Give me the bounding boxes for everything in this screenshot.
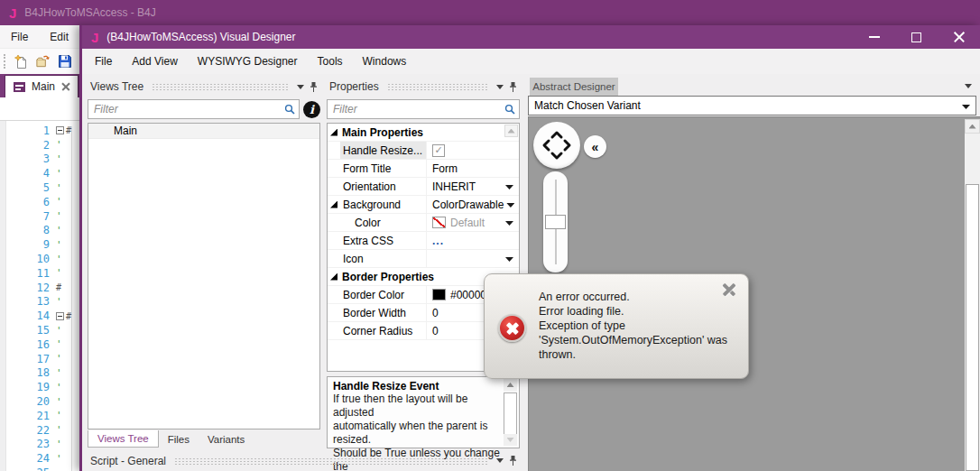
comment-tick: ' [56,153,62,165]
pin-icon[interactable] [509,81,517,93]
region-marker: # [66,125,71,135]
line-number: 4 [0,167,56,180]
error-line: An error occurred. [539,290,727,304]
variant-selector[interactable]: Match Chosen Variant [528,96,976,115]
designer-menu-item[interactable]: Windows [353,49,417,74]
property-value[interactable]: ✓ [427,142,519,159]
property-value[interactable]: ColorDrawable [427,196,520,213]
views-tree-filter-input[interactable] [88,99,300,119]
views-tree-tab[interactable]: Files [159,430,199,448]
chevron-down-icon[interactable] [496,458,504,463]
maximize-button[interactable] [895,25,938,49]
grid-scroll-up-button[interactable] [504,125,518,137]
code-line: 15' [0,323,79,337]
designer-menu-item[interactable]: Add View [122,49,187,74]
code-line: 12# [0,281,79,295]
line-number: 15 [0,324,56,337]
property-label: Border Color [340,286,427,303]
views-tree-bottom-tabs: Views TreeFilesVariants [88,430,254,448]
info-icon[interactable]: i [303,101,320,118]
row-gutter [328,214,340,231]
group-gutter [328,268,340,285]
views-tree-panel: Views Tree i Main Views TreeFilesVariant… [86,76,322,448]
views-tree-tab[interactable]: Views Tree [88,430,159,448]
line-number: 21 [0,410,56,422]
tree-item[interactable]: Main [88,124,319,139]
close-tab-icon[interactable] [61,83,69,91]
properties-header[interactable]: Properties [325,76,522,97]
properties-filter-input[interactable] [327,99,520,119]
property-value[interactable]: ... [427,232,519,249]
new-file-icon[interactable] [14,54,29,69]
canvas-scrollbar[interactable] [965,119,980,471]
dropdown-arrow-icon[interactable] [505,185,513,189]
checkbox-icon[interactable]: ✓ [432,144,445,157]
chevron-down-icon[interactable] [496,85,504,89]
line-number: 5 [0,181,56,194]
property-group-header[interactable]: Main Properties [328,124,519,142]
scroll-up-button[interactable] [504,379,517,391]
property-row[interactable]: BackgroundColorDrawable [328,196,519,214]
pin-icon[interactable] [310,81,318,93]
zoom-slider[interactable] [543,171,568,272]
property-row[interactable]: Icon [328,250,519,268]
property-row[interactable]: Form TitleForm [328,160,519,178]
pan-control[interactable] [533,122,580,169]
triangle-down-icon [507,438,514,442]
designer-menu-item[interactable]: WYSIWYG Designer [188,49,308,74]
views-tree-header[interactable]: Views Tree [86,76,322,97]
property-value[interactable]: Default [427,214,519,231]
close-button[interactable] [938,25,980,49]
property-value[interactable] [427,250,519,267]
property-row[interactable]: OrientationINHERIT [328,178,519,196]
fold-collapse-icon[interactable] [56,126,64,134]
designer-titlebar[interactable]: J (B4JHowToMSAccess) Visual Designer [82,25,980,49]
scroll-up-button[interactable] [965,119,980,134]
property-row[interactable]: Extra CSS... [328,232,519,250]
code-line: 16' [0,337,79,352]
property-value-text: 0 [432,307,439,319]
line-number: 11 [0,267,56,280]
gutter-glyphs: ' [56,239,76,251]
save-icon[interactable] [57,54,72,69]
pin-icon[interactable] [509,455,517,466]
main-menu-item[interactable]: File [0,25,39,48]
script-bar-title: Script - General [90,455,166,467]
script-general-bar[interactable]: Script - General [86,451,522,470]
chevron-down-icon[interactable] [965,84,972,88]
comment-tick: ' [56,168,62,180]
collapse-left-button[interactable]: « [584,135,606,158]
ellipsis-button[interactable]: ... [432,235,444,247]
dropdown-arrow-icon[interactable] [505,221,513,226]
dropdown-arrow-icon[interactable] [506,203,514,208]
property-value[interactable]: INHERIT [427,178,519,195]
views-tree-tab[interactable]: Variants [199,430,254,448]
designer-menu-item[interactable]: Tools [308,49,353,74]
help-scrollbar[interactable] [504,379,517,446]
property-value-text: ColorDrawable [432,199,504,211]
line-number: 8 [0,224,56,236]
designer-menu-item[interactable]: File [85,49,122,74]
comment-tick: ' [56,325,62,337]
property-label: Color [340,214,427,231]
fold-collapse-icon[interactable] [56,312,64,320]
slider-thumb[interactable] [545,215,566,229]
property-row[interactable]: Handle Resize...✓ [328,142,519,160]
dropdown-arrow-icon[interactable] [505,257,513,262]
scroll-down-button[interactable] [504,434,517,446]
open-file-icon[interactable] [35,54,51,69]
b4j-logo-icon: J [9,5,16,21]
tab-abstract-designer[interactable]: Abstract Designer [530,78,618,96]
chevron-down-icon[interactable] [297,85,304,89]
scrollbar-thumb[interactable] [966,184,979,471]
tab-main[interactable]: Main [5,75,79,97]
property-value[interactable]: Form [427,160,519,177]
minimize-button[interactable] [853,25,895,49]
views-tree-filter-row: i [88,99,320,119]
gutter-glyphs: ' [56,139,76,151]
property-value-text: 0 [432,325,439,337]
property-row[interactable]: ColorDefault [328,214,519,232]
designer-window-title: (B4JHowToMSAccess) Visual Designer [106,31,295,43]
row-gutter [328,142,340,159]
main-menu-item[interactable]: Edit [39,25,79,48]
